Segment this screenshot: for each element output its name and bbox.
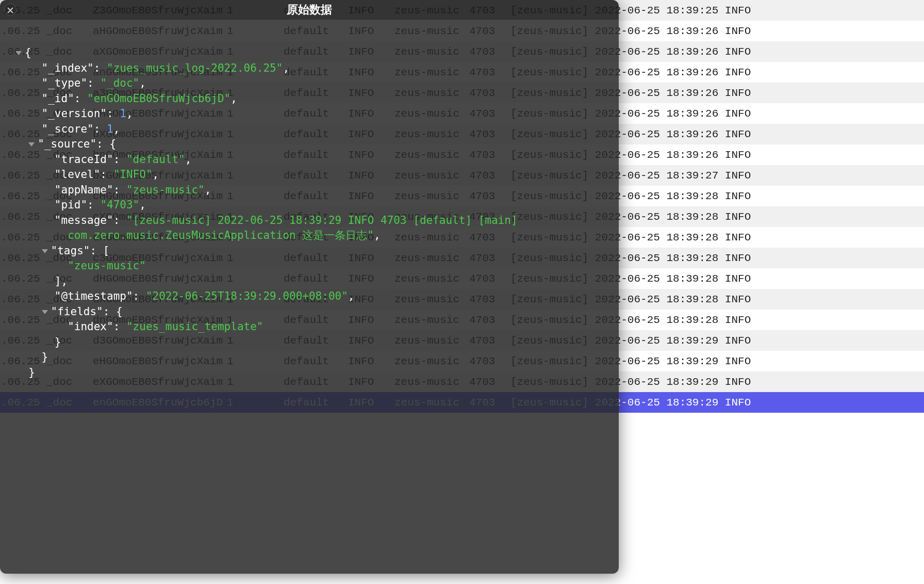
json-key: "_score": [42, 123, 94, 135]
json-value: "zeus-music": [126, 184, 205, 196]
json-value: 1: [107, 123, 113, 135]
modal-title: 原始数据: [287, 2, 332, 18]
json-key: "message": [55, 214, 113, 226]
json-value: com.zero.music.ZeusMusicApplication 这是一条…: [68, 229, 374, 241]
json-key: "tags": [51, 245, 90, 257]
json-value: "zues_music_log-2022.06.25": [107, 62, 283, 74]
json-value: "4703": [100, 199, 139, 211]
json-key: "_index": [42, 62, 94, 74]
json-value: "default": [126, 153, 185, 166]
json-key: "@timestamp": [55, 290, 133, 302]
close-icon: [7, 3, 13, 17]
close-button[interactable]: [4, 4, 16, 16]
json-key: "_type": [42, 77, 88, 89]
json-value: "INFO": [113, 168, 153, 181]
json-value: "zeus-music": [68, 259, 146, 272]
json-value: "zues_music_template": [126, 320, 263, 333]
json-value: "enGOmoEB0SfruWjcb6jD": [87, 92, 230, 105]
json-value: "_doc": [100, 77, 139, 89]
caret-icon: [42, 249, 48, 253]
json-key: "level": [55, 168, 101, 181]
json-key: "appName": [55, 184, 113, 196]
json-key: "traceId": [55, 153, 113, 166]
json-viewer[interactable]: { "_index": "zues_music_log-2022.06.25",…: [0, 20, 619, 396]
caret-icon: [28, 142, 35, 147]
raw-data-modal: 原始数据 { "_index": "zues_music_log-2022.06…: [0, 0, 619, 574]
json-key: "pid": [55, 199, 87, 211]
caret-icon: [42, 310, 48, 314]
json-key: "fields": [51, 305, 103, 318]
json-key: "_version": [42, 107, 107, 120]
json-key: "_source": [38, 138, 96, 150]
json-value: "2022-06-25T18:39:29.000+08:00": [146, 290, 348, 302]
json-key: "_id": [42, 92, 74, 105]
json-key: "index": [68, 320, 113, 333]
json-value: "[zeus-music] 2022-06-25 18:39:29 INFO 4…: [126, 214, 518, 226]
json-value: 1: [120, 107, 126, 120]
caret-icon: [15, 51, 22, 55]
modal-header: 原始数据: [0, 0, 619, 20]
